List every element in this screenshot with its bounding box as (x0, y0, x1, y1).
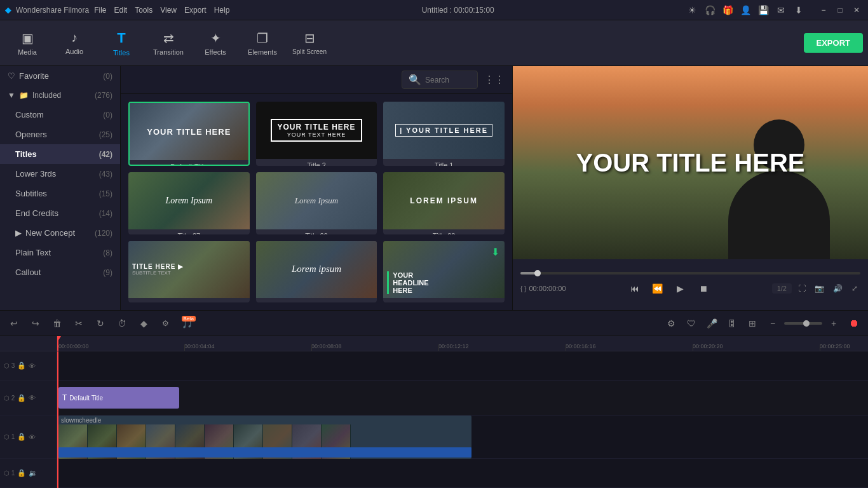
menu-tools[interactable]: Tools (135, 6, 153, 15)
lock-icon-1[interactable]: 🔒 (17, 433, 26, 441)
stop-button[interactable]: ⏹ (695, 280, 712, 297)
maximize-button[interactable]: □ (834, 4, 846, 17)
card-29-text: Lorem Ipsum (295, 196, 339, 206)
sidebar-item-custom[interactable]: Custom (0) (0, 105, 120, 125)
lock-icon-2[interactable]: 🔒 (17, 394, 26, 402)
eye-icon-1[interactable]: 👁 (29, 433, 36, 441)
track-3-row (57, 351, 868, 381)
time-display: 00:00:00:00 (529, 285, 566, 292)
sidebar-item-lower3rds[interactable]: Lower 3rds (43) (0, 164, 120, 184)
menu-export[interactable]: Export (184, 6, 207, 15)
audio-mix-icon[interactable]: 🎛 (723, 315, 741, 332)
preview-video: YOUR TITLE HERE (513, 66, 868, 259)
user-icon[interactable]: 👤 (740, 4, 751, 16)
headline-block: YOUR HEADLINE HERE (387, 271, 501, 294)
tool-effects[interactable]: ✦ Effects (193, 24, 238, 62)
undo-button[interactable]: ↩ (5, 315, 23, 332)
beta-button[interactable]: 🎵 Beta (178, 315, 196, 332)
title-clip[interactable]: T Default Title (58, 387, 179, 409)
search-box[interactable]: 🔍 (402, 71, 478, 89)
title-card-29[interactable]: Lorem Ipsum Title 29 (256, 172, 377, 234)
zoom-slider[interactable] (784, 322, 822, 325)
shield-icon[interactable]: 🛡 (682, 315, 700, 332)
sidebar-item-plaintext[interactable]: Plain Text (8) (0, 243, 120, 262)
tool-titles[interactable]: T Titles (99, 24, 144, 62)
history-button[interactable]: ⏱ (113, 315, 131, 332)
render-icon[interactable]: ⚙ (662, 315, 680, 332)
expand-track-icon[interactable]: ⊞ (743, 315, 761, 332)
tool-splitscreen[interactable]: ⊟ Split Screen (287, 24, 332, 62)
sidebar-item-callout[interactable]: Callout (9) (0, 262, 120, 282)
title-card-default[interactable]: YOUR TITLE HERE Default Title (128, 102, 250, 166)
search-input[interactable] (425, 76, 476, 85)
title-card-28[interactable]: LOREM IPSUM Title 28 (383, 172, 505, 234)
plaintext-label: Plain Text (15, 248, 51, 257)
mark-button[interactable]: ◆ (135, 315, 153, 332)
cut-button[interactable]: ✂ (70, 315, 88, 332)
sidebar-item-newconcept[interactable]: ▶ New Concept (120) (0, 223, 120, 243)
app-name: Wondershare Filmora (16, 6, 89, 15)
custom-count: (0) (103, 111, 112, 119)
sidebar-item-favorite[interactable]: ♡ Favorite (0) (0, 66, 120, 86)
tool-elements[interactable]: ❐ Elements (240, 24, 285, 62)
favorite-count: (0) (103, 72, 112, 81)
tool-media[interactable]: ▣ Media (5, 24, 50, 62)
gift-icon[interactable]: 🎁 (722, 4, 733, 16)
sidebar-item-openers[interactable]: Openers (25) (0, 125, 120, 144)
monitor-icon[interactable]: ⛶ (796, 283, 808, 294)
mail-icon[interactable]: ✉ (775, 4, 787, 16)
delete-button[interactable]: 🗑 (48, 315, 66, 332)
sidebar-item-titles[interactable]: Titles (42) (0, 144, 120, 164)
speaker-icon-e[interactable]: 🔉 (29, 469, 37, 477)
sidebar-item-included[interactable]: ▼ 📁 Included (276) (0, 86, 120, 105)
timeline-content: 00:00:00:00 00:00:04:04 00:00:08:08 00:0… (57, 336, 868, 488)
eye-icon-2[interactable]: 👁 (29, 394, 36, 402)
adjust-button[interactable]: ⚙ (156, 315, 174, 332)
endcredits-label: End Credits (15, 208, 58, 218)
sidebar-item-subtitles[interactable]: Subtitles (15) (0, 184, 120, 203)
sun-icon[interactable]: ☀ (686, 4, 698, 16)
favorite-label: Favorite (19, 71, 49, 81)
titles-grid: YOUR TITLE HERE Default Title YOUR TITLE… (121, 94, 512, 310)
sidebar-item-endcredits[interactable]: End Credits (14) (0, 203, 120, 223)
voice-icon[interactable]: 🎤 (703, 315, 721, 332)
save-icon[interactable]: 💾 (757, 4, 769, 16)
controls-row: { } 00:00:00:00 ⏮ ⏪ ▶ ⏹ 1/2 ⛶ 📷 🔊 ⤢ (513, 277, 868, 300)
tl-plus-btn[interactable]: + (825, 315, 843, 332)
title-card-27[interactable]: Lorem Ipsum Title 27 (128, 172, 250, 234)
lock-icon-e[interactable]: 🔒 (17, 469, 26, 477)
redo-button[interactable]: ↪ (27, 315, 44, 332)
callout-label: Callout (15, 268, 41, 277)
skip-back-button[interactable]: ⏮ (626, 280, 644, 297)
loop-button[interactable]: ↻ (92, 315, 109, 332)
grid-view-icon[interactable]: ⋮⋮ (484, 74, 505, 86)
tool-audio[interactable]: ♪ Audio (52, 24, 97, 62)
eye-icon-3[interactable]: 👁 (29, 362, 36, 370)
menu-file[interactable]: File (94, 6, 106, 15)
expand-icon[interactable]: ⤢ (849, 283, 860, 294)
export-button[interactable]: EXPORT (804, 33, 863, 53)
tool-transition[interactable]: ⇄ Transition (146, 24, 191, 62)
download-icon[interactable]: ⬇ (793, 4, 804, 16)
menu-view[interactable]: View (160, 6, 177, 15)
menu-edit[interactable]: Edit (114, 6, 128, 15)
play-button[interactable]: ▶ (672, 280, 689, 297)
snapshot-icon[interactable]: 📷 (812, 283, 827, 294)
progress-bar[interactable] (520, 272, 860, 274)
tl-record-btn[interactable]: ⏺ (845, 315, 863, 332)
title-card-8[interactable]: Lorem ipsum (256, 241, 377, 302)
title-card-1[interactable]: | YOUR TITLE HERE Title 1 (383, 102, 505, 166)
minimize-button[interactable]: − (817, 4, 830, 17)
headphone-icon[interactable]: 🎧 (704, 4, 715, 16)
menu-help[interactable]: Help (214, 6, 230, 15)
volume-icon[interactable]: 🔊 (831, 283, 845, 294)
title-card-7-image: TITLE HERE ▶ SUBTITLE TEXT (128, 241, 250, 298)
title-card-7[interactable]: TITLE HERE ▶ SUBTITLE TEXT (128, 241, 250, 302)
title-card-2[interactable]: YOUR TITLE HEREYOUR TEXT HERE Title 2 (256, 102, 377, 166)
headline-main: YOUR (393, 271, 501, 279)
close-button[interactable]: ✕ (850, 4, 863, 17)
lock-icon-3[interactable]: 🔒 (17, 362, 26, 370)
step-back-button[interactable]: ⏪ (649, 280, 667, 297)
title-card-9[interactable]: ⬇ YOUR HEADLINE HERE (383, 241, 505, 302)
tl-minus-btn[interactable]: − (764, 315, 782, 332)
